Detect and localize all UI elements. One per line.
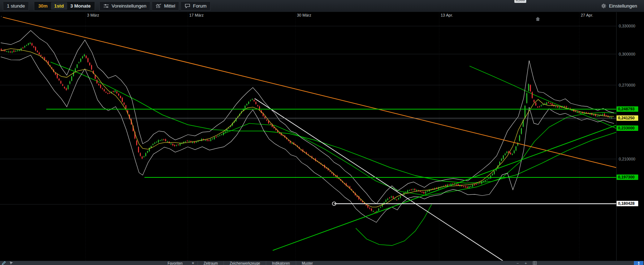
zoom-out-icon[interactable]: − [517,261,519,265]
indicators-button[interactable]: Mittel [152,1,179,11]
top-toolbar: 1 stunde 30m 1std 3 Monate Voreinstellun… [0,0,644,12]
up-down-arrows-icon [637,261,640,265]
favorite-star-icon[interactable]: ★ [189,261,198,265]
ma-fast-yellow[interactable] [1,49,614,207]
green-moving-averages [51,62,616,246]
ma-green-upper[interactable] [470,66,616,128]
support-price-tag: 0,197300 [617,175,638,180]
quick-timeframe-group: 30m 1std 3 Monate [34,1,95,11]
tab-zeitraum[interactable]: Zeitraum [198,261,224,265]
last-price-tag: 0,241250 [617,115,638,121]
draw-pencil-icon[interactable] [2,261,6,265]
axis-price-label: 0,210000 [619,157,635,161]
settings-button[interactable]: Einstellungen [597,1,641,11]
candles [1,42,612,213]
presets-label: Voreinstellungen [112,3,146,9]
cursor-arrow-icon[interactable] [9,261,13,265]
horizontal-levels [0,109,616,206]
gridlines [0,12,616,261]
home-icon[interactable] [535,16,541,22]
bottom-left-tools [2,261,13,265]
bollinger-band-line [1,55,614,222]
timeframe-button[interactable]: 1 stunde [3,1,29,11]
ma-green-slow[interactable] [51,62,616,183]
settings-label: Einstellungen [609,3,637,9]
bollinger-bands [1,31,614,222]
trendline-white-descending[interactable] [255,98,503,261]
speech-bubble-icon [185,4,190,8]
price-axis[interactable]: 0,3300000,3000000,2700000,2100000,180000… [616,12,644,261]
tab-zeichenwerkzeuge[interactable]: Zeichenwerkzeuge [224,261,266,265]
partial-value-fragment: 0,500 [514,0,526,3]
tab-favoriten[interactable]: Favoriten [162,261,189,265]
tf-button-1std[interactable]: 1std [51,2,67,10]
bollinger-band-line [1,31,614,204]
forum-button[interactable]: Forum [181,1,211,11]
expand-button[interactable] [634,261,643,265]
resistance-price-tag: 0,248793 [617,106,638,112]
bottom-tabs: Favoriten ★ Zeitraum Zeichenwerkzeuge In… [162,261,319,265]
axis-price-label: 0,330000 [619,24,635,28]
ma-value-tag: 0,233000 [617,125,638,131]
chart-bars-icon [156,4,161,8]
axis-price-label: 0,270000 [619,83,635,87]
ma-green-dip[interactable] [356,204,432,246]
trading-chart-app: 1 stunde 30m 1std 3 Monate Voreinstellun… [0,0,644,265]
ma-green-medium[interactable] [224,112,616,195]
sliders-icon [103,4,109,8]
grid-icon[interactable] [533,261,537,265]
fast-ma [1,49,614,207]
indicators-label: Mittel [164,3,175,9]
hline-price-tag: 0,180428 [617,201,638,206]
tab-muster[interactable]: Muster [296,261,319,265]
gear-icon [601,3,606,9]
tf-button-30m[interactable]: 30m [35,2,51,10]
bottom-toolbar: Favoriten ★ Zeitraum Zeichenwerkzeuge In… [0,261,644,265]
timeframe-label: 1 stunde [7,3,25,9]
chart-canvas[interactable] [0,12,616,261]
presets-button[interactable]: Voreinstellungen [99,1,150,11]
bottom-zoom-tools: − + [517,261,537,265]
zoom-in-icon[interactable]: + [524,261,527,265]
tab-indikatoren[interactable]: Indikatoren [266,261,295,265]
forum-label: Forum [193,3,207,9]
chart-area[interactable]: .3 März17 März30 März13 Apr.27 Apr. [0,12,616,261]
tf-button-3monate[interactable]: 3 Monate [67,2,94,10]
axis-price-label: 0,300000 [619,52,635,56]
